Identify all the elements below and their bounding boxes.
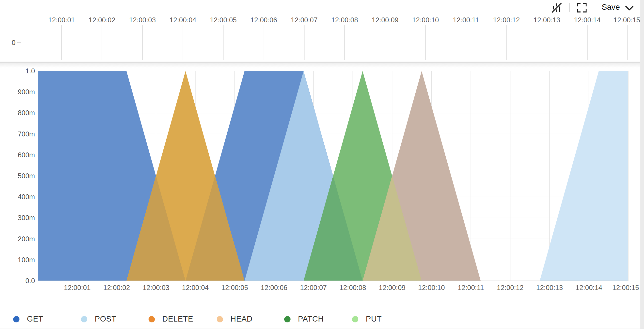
bottom-border (0, 328, 644, 328)
x-axis-tick-label: 12:00:06 (261, 284, 287, 292)
legend-color-dot (217, 316, 223, 322)
y-axis-tick-label: 100m (9, 256, 35, 264)
x-axis-tick-label: 12:00:01 (64, 284, 90, 292)
legend-label: HEAD (230, 315, 252, 324)
x-axis-tick-label: 12:00:08 (339, 284, 366, 292)
x-axis-tick-label: 12:00:03 (143, 284, 169, 292)
x-axis-tick-label: 12:00:04 (182, 284, 209, 292)
x-axis-tick-label: 12:00:13 (536, 284, 563, 292)
x-axis-tick-label: 12:00:09 (379, 284, 405, 292)
y-axis-tick-label: 800m (9, 109, 35, 117)
legend-label: POST (95, 315, 116, 324)
legend-item-head[interactable]: HEAD (217, 315, 252, 324)
legend-color-dot (149, 316, 155, 322)
legend-item-post[interactable]: POST (81, 315, 116, 324)
x-axis-tick-label: 12:00:05 (221, 284, 248, 292)
right-edge-strip (640, 0, 644, 329)
chart-panel: Save 12:00:0112:00:0212:00:0312:00:0412:… (0, 0, 644, 329)
legend-color-dot (81, 316, 87, 322)
x-axis-tick-label: 12:00:07 (300, 284, 327, 292)
y-axis-tick-label: 200m (9, 235, 35, 243)
x-axis-tick-label: 12:00:14 (576, 284, 602, 292)
legend-color-dot (13, 316, 19, 322)
legend-item-put[interactable]: PUT (352, 315, 382, 324)
x-axis-tick-label: 12:00:10 (418, 284, 445, 292)
y-axis-tick-label: 1.0 (9, 67, 35, 75)
y-axis-tick-label: 900m (9, 88, 35, 96)
legend-color-dot (352, 316, 358, 322)
x-axis-tick-label: 12:00:11 (458, 284, 484, 292)
legend-label: PATCH (298, 315, 324, 324)
legend-label: DELETE (162, 315, 193, 324)
x-axis-tick-label: 12:00:15 (612, 284, 639, 292)
legend-item-patch[interactable]: PATCH (284, 315, 324, 324)
area-chart-plot[interactable] (0, 0, 644, 329)
y-axis-tick-label: 400m (9, 193, 35, 201)
y-axis-tick-label: 300m (9, 214, 35, 222)
y-axis-tick-label: 600m (9, 151, 35, 159)
y-axis-tick-label: 0.0 (9, 277, 35, 285)
legend-item-delete[interactable]: DELETE (149, 315, 193, 324)
y-axis-tick-label: 700m (9, 130, 35, 138)
x-axis-tick-label: 12:00:12 (497, 284, 524, 292)
legend-label: GET (27, 315, 43, 324)
legend-color-dot (284, 316, 291, 322)
x-axis-tick-label: 12:00:02 (103, 284, 130, 292)
legend-item-get[interactable]: GET (13, 315, 43, 324)
y-axis-tick-label: 500m (9, 172, 35, 180)
legend-label: PUT (366, 315, 382, 324)
